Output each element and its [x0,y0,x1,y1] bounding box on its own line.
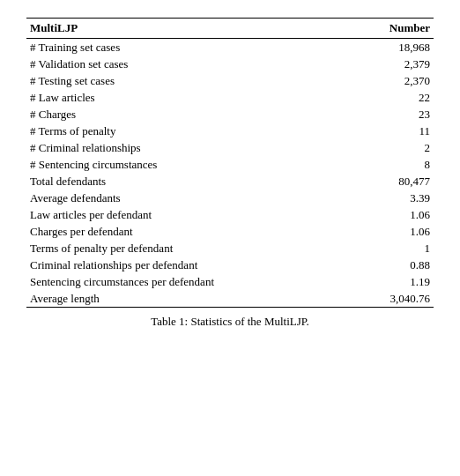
row-label: # Law articles [26,89,352,106]
statistics-table: MultiLJP Number # Training set cases18,9… [26,18,434,308]
row-label: # Criminal relationships [26,139,352,156]
row-value: 23 [352,106,434,123]
row-value: 0.88 [352,257,434,273]
table-row: Average length3,040.76 [26,290,434,308]
table-row: # Criminal relationships2 [26,139,434,156]
row-value: 11 [352,123,434,139]
table-row: # Sentencing circumstances8 [26,156,434,173]
table-row: # Terms of penalty11 [26,123,434,139]
table-row: # Testing set cases2,370 [26,72,434,89]
row-label: # Testing set cases [26,72,352,89]
row-value: 1 [352,240,434,257]
header-number: Number [352,19,434,39]
row-value: 3,040.76 [352,290,434,308]
table-header-row: MultiLJP Number [26,19,434,39]
row-label: Terms of penalty per defendant [26,240,352,257]
row-value: 18,968 [352,39,434,56]
table-row: Criminal relationships per defendant0.88 [26,257,434,273]
row-label: # Sentencing circumstances [26,156,352,173]
table-row: Charges per defendant1.06 [26,223,434,240]
table-row: Average defendants3.39 [26,190,434,206]
row-label: Average length [26,290,352,308]
table-row: Sentencing circumstances per defendant1.… [26,273,434,290]
row-label: Criminal relationships per defendant [26,257,352,273]
row-value: 22 [352,89,434,106]
row-label: Charges per defendant [26,223,352,240]
table-caption: Table 1: Statistics of the MultiLJP. [26,315,434,329]
row-label: # Charges [26,106,352,123]
row-value: 3.39 [352,190,434,206]
table-row: # Law articles22 [26,89,434,106]
row-label: Law articles per defendant [26,206,352,223]
row-value: 2,379 [352,56,434,72]
table-row: Law articles per defendant1.06 [26,206,434,223]
row-label: # Validation set cases [26,56,352,72]
table-row: Terms of penalty per defendant1 [26,240,434,257]
row-label: Average defendants [26,190,352,206]
row-label: # Training set cases [26,39,352,56]
row-label: Sentencing circumstances per defendant [26,273,352,290]
row-value: 8 [352,156,434,173]
row-label: Total defendants [26,173,352,190]
table-row: Total defendants80,477 [26,173,434,190]
table-row: # Charges23 [26,106,434,123]
row-value: 1.19 [352,273,434,290]
row-value: 2,370 [352,72,434,89]
row-value: 1.06 [352,223,434,240]
row-value: 1.06 [352,206,434,223]
table-row: # Validation set cases2,379 [26,56,434,72]
table-row: # Training set cases18,968 [26,39,434,56]
row-value: 2 [352,139,434,156]
row-value: 80,477 [352,173,434,190]
row-label: # Terms of penalty [26,123,352,139]
statistics-table-container: MultiLJP Number # Training set cases18,9… [26,18,434,329]
header-multiLJP: MultiLJP [26,19,352,39]
